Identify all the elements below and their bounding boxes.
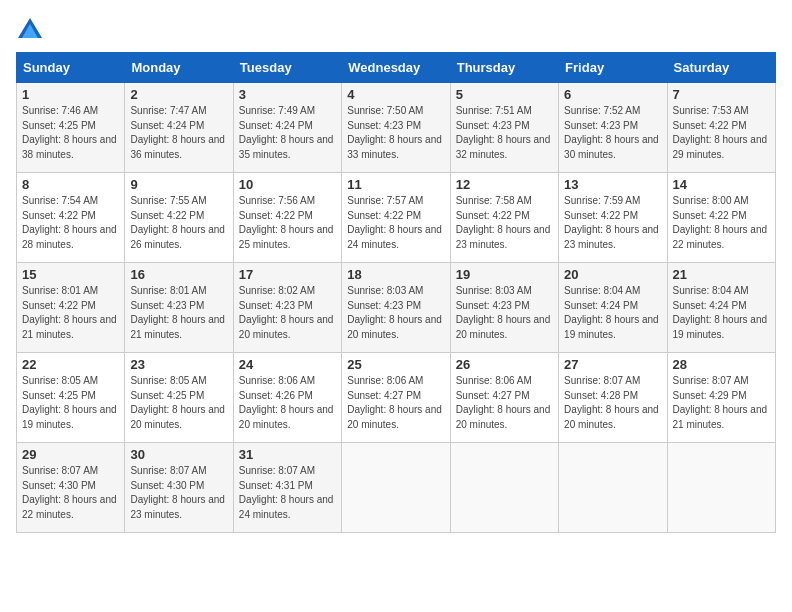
day-info: Sunrise: 7:49 AMSunset: 4:24 PMDaylight:…: [239, 104, 336, 162]
calendar-week-row: 22Sunrise: 8:05 AMSunset: 4:25 PMDayligh…: [17, 353, 776, 443]
calendar-day-cell: [667, 443, 775, 533]
calendar-day-cell: 6Sunrise: 7:52 AMSunset: 4:23 PMDaylight…: [559, 83, 667, 173]
day-number: 26: [456, 357, 553, 372]
day-number: 18: [347, 267, 444, 282]
day-number: 30: [130, 447, 227, 462]
day-info: Sunrise: 8:03 AMSunset: 4:23 PMDaylight:…: [347, 284, 444, 342]
day-number: 16: [130, 267, 227, 282]
calendar-day-cell: 3Sunrise: 7:49 AMSunset: 4:24 PMDaylight…: [233, 83, 341, 173]
calendar-day-cell: 25Sunrise: 8:06 AMSunset: 4:27 PMDayligh…: [342, 353, 450, 443]
day-number: 8: [22, 177, 119, 192]
calendar-day-cell: 20Sunrise: 8:04 AMSunset: 4:24 PMDayligh…: [559, 263, 667, 353]
calendar-day-cell: 1Sunrise: 7:46 AMSunset: 4:25 PMDaylight…: [17, 83, 125, 173]
calendar-day-cell: 14Sunrise: 8:00 AMSunset: 4:22 PMDayligh…: [667, 173, 775, 263]
day-info: Sunrise: 8:04 AMSunset: 4:24 PMDaylight:…: [673, 284, 770, 342]
day-info: Sunrise: 7:55 AMSunset: 4:22 PMDaylight:…: [130, 194, 227, 252]
day-info: Sunrise: 8:01 AMSunset: 4:22 PMDaylight:…: [22, 284, 119, 342]
calendar-day-cell: 16Sunrise: 8:01 AMSunset: 4:23 PMDayligh…: [125, 263, 233, 353]
calendar-day-cell: 26Sunrise: 8:06 AMSunset: 4:27 PMDayligh…: [450, 353, 558, 443]
calendar-day-cell: 5Sunrise: 7:51 AMSunset: 4:23 PMDaylight…: [450, 83, 558, 173]
calendar-day-cell: 10Sunrise: 7:56 AMSunset: 4:22 PMDayligh…: [233, 173, 341, 263]
day-number: 15: [22, 267, 119, 282]
calendar-table: SundayMondayTuesdayWednesdayThursdayFrid…: [16, 52, 776, 533]
logo-icon: [16, 16, 44, 44]
day-info: Sunrise: 7:57 AMSunset: 4:22 PMDaylight:…: [347, 194, 444, 252]
day-info: Sunrise: 8:07 AMSunset: 4:28 PMDaylight:…: [564, 374, 661, 432]
header-day: Wednesday: [342, 53, 450, 83]
day-number: 13: [564, 177, 661, 192]
day-info: Sunrise: 7:50 AMSunset: 4:23 PMDaylight:…: [347, 104, 444, 162]
day-info: Sunrise: 8:00 AMSunset: 4:22 PMDaylight:…: [673, 194, 770, 252]
day-number: 14: [673, 177, 770, 192]
calendar-day-cell: 19Sunrise: 8:03 AMSunset: 4:23 PMDayligh…: [450, 263, 558, 353]
day-number: 3: [239, 87, 336, 102]
calendar-day-cell: 15Sunrise: 8:01 AMSunset: 4:22 PMDayligh…: [17, 263, 125, 353]
day-info: Sunrise: 8:01 AMSunset: 4:23 PMDaylight:…: [130, 284, 227, 342]
day-info: Sunrise: 7:56 AMSunset: 4:22 PMDaylight:…: [239, 194, 336, 252]
calendar-day-cell: 29Sunrise: 8:07 AMSunset: 4:30 PMDayligh…: [17, 443, 125, 533]
day-info: Sunrise: 8:04 AMSunset: 4:24 PMDaylight:…: [564, 284, 661, 342]
calendar-day-cell: 11Sunrise: 7:57 AMSunset: 4:22 PMDayligh…: [342, 173, 450, 263]
day-number: 12: [456, 177, 553, 192]
day-number: 4: [347, 87, 444, 102]
day-number: 31: [239, 447, 336, 462]
day-number: 27: [564, 357, 661, 372]
day-number: 19: [456, 267, 553, 282]
day-info: Sunrise: 7:58 AMSunset: 4:22 PMDaylight:…: [456, 194, 553, 252]
day-info: Sunrise: 8:06 AMSunset: 4:27 PMDaylight:…: [347, 374, 444, 432]
calendar-day-cell: 9Sunrise: 7:55 AMSunset: 4:22 PMDaylight…: [125, 173, 233, 263]
day-number: 9: [130, 177, 227, 192]
calendar-day-cell: [559, 443, 667, 533]
day-info: Sunrise: 8:07 AMSunset: 4:30 PMDaylight:…: [130, 464, 227, 522]
calendar-day-cell: 18Sunrise: 8:03 AMSunset: 4:23 PMDayligh…: [342, 263, 450, 353]
day-number: 23: [130, 357, 227, 372]
day-number: 25: [347, 357, 444, 372]
calendar-day-cell: 12Sunrise: 7:58 AMSunset: 4:22 PMDayligh…: [450, 173, 558, 263]
day-number: 7: [673, 87, 770, 102]
calendar-day-cell: [342, 443, 450, 533]
header-day: Monday: [125, 53, 233, 83]
day-info: Sunrise: 8:07 AMSunset: 4:29 PMDaylight:…: [673, 374, 770, 432]
day-number: 10: [239, 177, 336, 192]
day-info: Sunrise: 7:46 AMSunset: 4:25 PMDaylight:…: [22, 104, 119, 162]
day-number: 2: [130, 87, 227, 102]
calendar-day-cell: 27Sunrise: 8:07 AMSunset: 4:28 PMDayligh…: [559, 353, 667, 443]
header-day: Sunday: [17, 53, 125, 83]
calendar-day-cell: 7Sunrise: 7:53 AMSunset: 4:22 PMDaylight…: [667, 83, 775, 173]
day-info: Sunrise: 8:05 AMSunset: 4:25 PMDaylight:…: [22, 374, 119, 432]
day-number: 21: [673, 267, 770, 282]
day-number: 28: [673, 357, 770, 372]
day-number: 29: [22, 447, 119, 462]
calendar-week-row: 8Sunrise: 7:54 AMSunset: 4:22 PMDaylight…: [17, 173, 776, 263]
day-number: 22: [22, 357, 119, 372]
calendar-day-cell: 8Sunrise: 7:54 AMSunset: 4:22 PMDaylight…: [17, 173, 125, 263]
day-number: 24: [239, 357, 336, 372]
day-number: 5: [456, 87, 553, 102]
header-day: Friday: [559, 53, 667, 83]
calendar-day-cell: 30Sunrise: 8:07 AMSunset: 4:30 PMDayligh…: [125, 443, 233, 533]
day-number: 11: [347, 177, 444, 192]
calendar-day-cell: 21Sunrise: 8:04 AMSunset: 4:24 PMDayligh…: [667, 263, 775, 353]
day-info: Sunrise: 8:02 AMSunset: 4:23 PMDaylight:…: [239, 284, 336, 342]
day-info: Sunrise: 8:06 AMSunset: 4:27 PMDaylight:…: [456, 374, 553, 432]
day-info: Sunrise: 8:07 AMSunset: 4:30 PMDaylight:…: [22, 464, 119, 522]
logo: [16, 16, 48, 44]
day-info: Sunrise: 8:06 AMSunset: 4:26 PMDaylight:…: [239, 374, 336, 432]
calendar-day-cell: 28Sunrise: 8:07 AMSunset: 4:29 PMDayligh…: [667, 353, 775, 443]
calendar-day-cell: 23Sunrise: 8:05 AMSunset: 4:25 PMDayligh…: [125, 353, 233, 443]
day-info: Sunrise: 7:54 AMSunset: 4:22 PMDaylight:…: [22, 194, 119, 252]
calendar-day-cell: 22Sunrise: 8:05 AMSunset: 4:25 PMDayligh…: [17, 353, 125, 443]
calendar-week-row: 29Sunrise: 8:07 AMSunset: 4:30 PMDayligh…: [17, 443, 776, 533]
day-number: 6: [564, 87, 661, 102]
calendar-day-cell: 17Sunrise: 8:02 AMSunset: 4:23 PMDayligh…: [233, 263, 341, 353]
day-info: Sunrise: 8:07 AMSunset: 4:31 PMDaylight:…: [239, 464, 336, 522]
day-info: Sunrise: 7:59 AMSunset: 4:22 PMDaylight:…: [564, 194, 661, 252]
header-day: Thursday: [450, 53, 558, 83]
day-number: 1: [22, 87, 119, 102]
day-number: 17: [239, 267, 336, 282]
calendar-day-cell: 4Sunrise: 7:50 AMSunset: 4:23 PMDaylight…: [342, 83, 450, 173]
calendar-day-cell: 2Sunrise: 7:47 AMSunset: 4:24 PMDaylight…: [125, 83, 233, 173]
calendar-day-cell: 31Sunrise: 8:07 AMSunset: 4:31 PMDayligh…: [233, 443, 341, 533]
calendar-week-row: 1Sunrise: 7:46 AMSunset: 4:25 PMDaylight…: [17, 83, 776, 173]
day-info: Sunrise: 7:53 AMSunset: 4:22 PMDaylight:…: [673, 104, 770, 162]
